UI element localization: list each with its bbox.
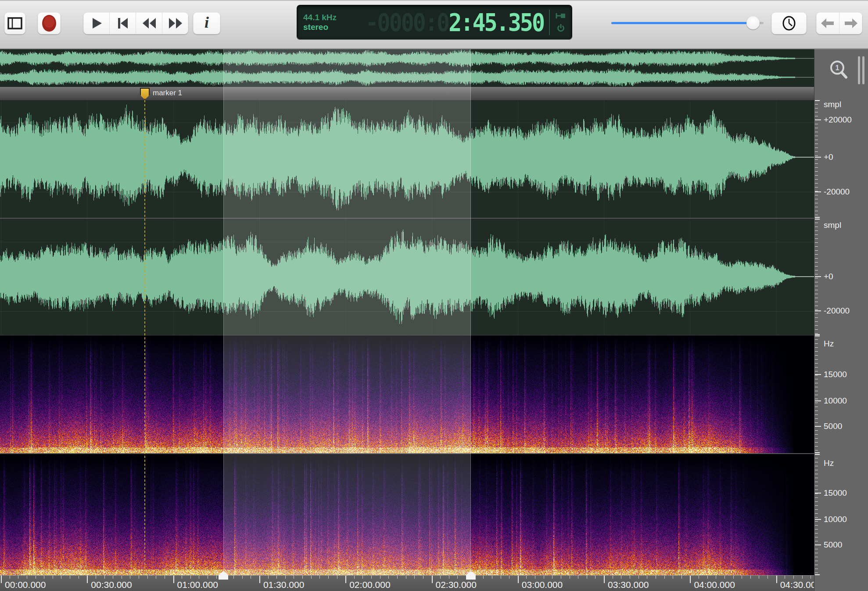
timeline-major-tick bbox=[432, 576, 433, 583]
timeline-minor-tick bbox=[768, 576, 768, 579]
ruler-bracket bbox=[815, 334, 820, 335]
record-button[interactable] bbox=[38, 12, 61, 34]
selection-region[interactable] bbox=[223, 49, 471, 575]
timeline-minor-tick bbox=[147, 576, 148, 579]
timeline-minor-tick bbox=[285, 576, 286, 579]
time-readout: -0000:02:45.350 bbox=[355, 8, 544, 37]
timeline-minor-tick bbox=[380, 576, 380, 579]
ruler-bracket bbox=[815, 452, 820, 453]
editor-content: marker 1 00:00.00000:30.00001:00.00001:3… bbox=[0, 49, 868, 591]
loop-icon bbox=[557, 24, 565, 32]
timeline-minor-tick bbox=[750, 576, 751, 579]
back-button[interactable] bbox=[816, 12, 839, 34]
ruler-major-tick bbox=[815, 119, 821, 120]
timeline-major-tick bbox=[690, 576, 691, 583]
timeline-minor-tick bbox=[793, 576, 794, 579]
ruler-major-tick bbox=[815, 519, 821, 520]
lcd-mode-icons bbox=[553, 13, 568, 32]
timeline-minor-tick bbox=[613, 576, 613, 579]
ruler-bracket bbox=[815, 100, 820, 101]
timeline-minor-tick bbox=[139, 576, 139, 579]
timeline-major-tick bbox=[345, 576, 346, 583]
sidebar-toggle-button[interactable] bbox=[4, 12, 25, 34]
magnifier-icon: 1 bbox=[828, 59, 850, 82]
ruler-unit-label: smpl bbox=[824, 220, 841, 230]
ruler-tick-label: +0 bbox=[824, 152, 833, 162]
timeline-minor-tick bbox=[362, 576, 363, 579]
timeline-minor-tick bbox=[44, 576, 44, 579]
ruler-major-tick bbox=[815, 374, 821, 375]
ruler-tick-label: 5000 bbox=[824, 540, 842, 550]
timeline-minor-tick bbox=[699, 576, 699, 579]
timeline-major-tick bbox=[173, 576, 174, 583]
timeline-minor-tick bbox=[70, 576, 70, 579]
rewind-button[interactable] bbox=[136, 12, 162, 34]
slider-handle[interactable] bbox=[746, 16, 760, 29]
timeline-minor-tick bbox=[18, 576, 18, 579]
timeline-major-tick bbox=[518, 576, 519, 583]
marker-flag[interactable] bbox=[140, 88, 150, 100]
timeline-label: 04:00.000 bbox=[694, 580, 735, 590]
lcd-format-block: 44.1 kHz stereo bbox=[297, 13, 355, 32]
timeline-label: 02:30.000 bbox=[436, 580, 477, 590]
timeline-minor-tick bbox=[457, 576, 458, 579]
play-button[interactable] bbox=[83, 12, 109, 34]
timeline-minor-tick bbox=[242, 576, 243, 579]
skip-to-start-button[interactable] bbox=[109, 12, 136, 34]
info-button[interactable]: i bbox=[193, 12, 220, 34]
playhead-position-icon bbox=[556, 13, 566, 19]
timeline-minor-tick bbox=[79, 576, 79, 579]
timeline-minor-tick bbox=[681, 576, 682, 579]
timeline-label: 03:30.000 bbox=[608, 580, 649, 590]
sidebar-toggle-icon bbox=[7, 16, 23, 30]
forward-button[interactable] bbox=[839, 12, 862, 34]
ruler-tick-label: 10000 bbox=[824, 396, 847, 406]
fast-forward-button[interactable] bbox=[162, 12, 188, 34]
channel-mode-label: stereo bbox=[303, 22, 355, 32]
ruler-tick-label: 15000 bbox=[824, 370, 847, 379]
timeline-minor-tick bbox=[492, 576, 492, 579]
lcd-time-display[interactable]: 44.1 kHz stereo -0000:02:45.350 bbox=[297, 5, 572, 40]
timeline-minor-tick bbox=[578, 576, 578, 579]
timeline-minor-tick bbox=[647, 576, 647, 579]
clock-button[interactable] bbox=[771, 12, 807, 34]
timeline-minor-tick bbox=[216, 576, 217, 579]
timeline-minor-tick bbox=[802, 576, 803, 579]
ruler-major-tick bbox=[815, 493, 821, 494]
timeline-label: 01:00.000 bbox=[177, 580, 218, 590]
timeline-minor-tick bbox=[733, 576, 734, 579]
timeline-minor-tick bbox=[785, 576, 785, 579]
time-current: 2:45.350 bbox=[448, 8, 544, 37]
timeline-minor-tick bbox=[725, 576, 725, 579]
zoom-level-indicator[interactable]: 1 bbox=[828, 59, 850, 82]
ruler-tick-label: -20000 bbox=[824, 306, 850, 316]
timeline-minor-tick bbox=[621, 576, 621, 579]
timeline-minor-tick bbox=[423, 576, 423, 579]
timeline-minor-tick bbox=[371, 576, 372, 579]
ruler-tick-strip bbox=[815, 454, 818, 575]
timeline-label: 02:00.000 bbox=[349, 580, 390, 590]
history-nav bbox=[816, 12, 862, 34]
timeline-ruler[interactable]: 00:00.00000:30.00001:00.00001:30.00002:0… bbox=[0, 575, 814, 591]
ruler-tick-label: +0 bbox=[824, 272, 833, 281]
timeline-minor-tick bbox=[302, 576, 303, 579]
amplitude-frequency-ruler[interactable]: 1 smpl+20000+0-20000smpl+0-20000Hz150001… bbox=[814, 49, 868, 591]
ruler-bracket bbox=[815, 217, 820, 218]
timeline-minor-tick bbox=[630, 576, 630, 579]
timeline-minor-tick bbox=[104, 576, 105, 579]
timeline-minor-tick bbox=[354, 576, 355, 579]
timeline-minor-tick bbox=[759, 576, 759, 579]
timeline-minor-tick bbox=[587, 576, 587, 579]
audio-editor-window: i 44.1 kHz stereo -0000:02:45.350 bbox=[0, 0, 868, 591]
timeline-minor-tick bbox=[251, 576, 251, 579]
timeline-label: 01:30.000 bbox=[263, 580, 304, 590]
scrollbar[interactable] bbox=[858, 56, 866, 84]
timeline-minor-tick bbox=[509, 576, 509, 579]
zoom-slider[interactable] bbox=[611, 18, 764, 27]
slider-fill bbox=[611, 22, 753, 24]
arrow-right-icon bbox=[843, 18, 858, 29]
ruler-major-tick bbox=[815, 157, 821, 158]
zoom-level-text: 1 bbox=[836, 64, 839, 72]
transport-controls bbox=[83, 12, 188, 34]
timeline-minor-tick bbox=[165, 576, 165, 579]
